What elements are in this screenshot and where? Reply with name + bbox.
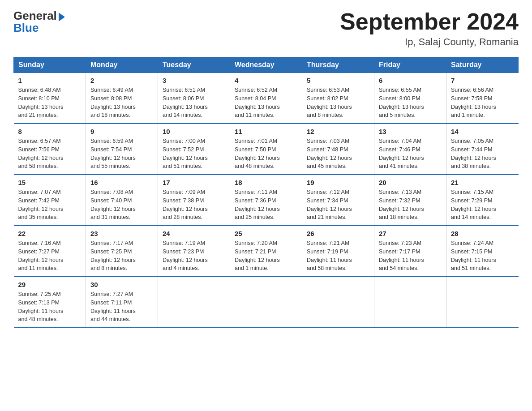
day-info: Sunrise: 7:15 AMSunset: 7:29 PMDaylight:…	[451, 188, 514, 222]
calendar-day-cell: 10Sunrise: 7:00 AMSunset: 7:52 PMDayligh…	[158, 124, 230, 175]
calendar-day-cell: 16Sunrise: 7:08 AMSunset: 7:40 PMDayligh…	[86, 175, 158, 226]
calendar-day-cell: 28Sunrise: 7:24 AMSunset: 7:15 PMDayligh…	[446, 226, 519, 277]
day-number: 9	[90, 128, 153, 135]
day-number: 30	[90, 281, 153, 288]
day-number: 20	[379, 179, 442, 186]
day-info: Sunrise: 7:24 AMSunset: 7:15 PMDaylight:…	[451, 239, 514, 273]
calendar-day-cell: 24Sunrise: 7:19 AMSunset: 7:23 PMDayligh…	[158, 226, 230, 277]
calendar-day-cell: 9Sunrise: 6:59 AMSunset: 7:54 PMDaylight…	[86, 124, 158, 175]
day-number: 16	[90, 179, 153, 186]
calendar-day-cell: 2Sunrise: 6:49 AMSunset: 8:08 PMDaylight…	[86, 73, 158, 124]
day-info: Sunrise: 7:19 AMSunset: 7:23 PMDaylight:…	[163, 239, 225, 273]
calendar-day-cell: 15Sunrise: 7:07 AMSunset: 7:42 PMDayligh…	[14, 175, 86, 226]
day-number: 11	[235, 128, 297, 135]
calendar-week-row: 15Sunrise: 7:07 AMSunset: 7:42 PMDayligh…	[14, 175, 519, 226]
day-number: 5	[307, 77, 369, 84]
day-number: 21	[451, 179, 514, 186]
day-info: Sunrise: 6:56 AMSunset: 7:58 PMDaylight:…	[451, 86, 514, 120]
day-info: Sunrise: 6:57 AMSunset: 7:56 PMDaylight:…	[18, 137, 82, 171]
calendar-day-cell: 23Sunrise: 7:17 AMSunset: 7:25 PMDayligh…	[86, 226, 158, 277]
calendar-day-cell: 4Sunrise: 6:52 AMSunset: 8:04 PMDaylight…	[230, 73, 302, 124]
day-info: Sunrise: 7:25 AMSunset: 7:13 PMDaylight:…	[18, 290, 82, 324]
calendar-week-row: 29Sunrise: 7:25 AMSunset: 7:13 PMDayligh…	[14, 277, 519, 328]
column-header-tuesday: Tuesday	[158, 57, 230, 73]
month-year-title: September 2024	[340, 9, 519, 34]
day-info: Sunrise: 7:09 AMSunset: 7:38 PMDaylight:…	[163, 188, 225, 222]
day-number: 2	[90, 77, 153, 84]
day-info: Sunrise: 6:55 AMSunset: 8:00 PMDaylight:…	[379, 86, 442, 120]
calendar-day-cell: 14Sunrise: 7:05 AMSunset: 7:44 PMDayligh…	[446, 124, 519, 175]
title-block: September 2024 Ip, Salaj County, Romania	[340, 9, 519, 48]
day-number: 18	[235, 179, 297, 186]
day-number: 14	[451, 128, 514, 135]
day-number: 12	[307, 128, 369, 135]
day-info: Sunrise: 7:00 AMSunset: 7:52 PMDaylight:…	[163, 137, 225, 171]
day-info: Sunrise: 7:08 AMSunset: 7:40 PMDaylight:…	[90, 188, 153, 222]
day-info: Sunrise: 7:20 AMSunset: 7:21 PMDaylight:…	[235, 239, 297, 273]
day-number: 24	[163, 230, 225, 237]
calendar-day-cell: 5Sunrise: 6:53 AMSunset: 8:02 PMDaylight…	[302, 73, 374, 124]
column-header-friday: Friday	[374, 57, 446, 73]
column-header-wednesday: Wednesday	[230, 57, 302, 73]
calendar-header-row: SundayMondayTuesdayWednesdayThursdayFrid…	[14, 57, 519, 73]
calendar-week-row: 22Sunrise: 7:16 AMSunset: 7:27 PMDayligh…	[14, 226, 519, 277]
day-number: 25	[235, 230, 297, 237]
day-number: 27	[379, 230, 442, 237]
calendar-day-cell: 20Sunrise: 7:13 AMSunset: 7:32 PMDayligh…	[374, 175, 446, 226]
day-number: 22	[18, 230, 82, 237]
column-header-monday: Monday	[86, 57, 158, 73]
calendar-day-cell: 18Sunrise: 7:11 AMSunset: 7:36 PMDayligh…	[230, 175, 302, 226]
day-number: 8	[18, 128, 82, 135]
calendar-day-cell: 27Sunrise: 7:23 AMSunset: 7:17 PMDayligh…	[374, 226, 446, 277]
calendar-day-cell: 26Sunrise: 7:21 AMSunset: 7:19 PMDayligh…	[302, 226, 374, 277]
day-info: Sunrise: 7:12 AMSunset: 7:34 PMDaylight:…	[307, 188, 369, 222]
day-info: Sunrise: 7:23 AMSunset: 7:17 PMDaylight:…	[379, 239, 442, 273]
day-info: Sunrise: 7:11 AMSunset: 7:36 PMDaylight:…	[235, 188, 297, 222]
day-number: 17	[163, 179, 225, 186]
calendar-table: SundayMondayTuesdayWednesdayThursdayFrid…	[13, 57, 519, 328]
day-info: Sunrise: 7:27 AMSunset: 7:11 PMDaylight:…	[90, 290, 153, 324]
day-info: Sunrise: 7:21 AMSunset: 7:19 PMDaylight:…	[307, 239, 369, 273]
page-header: General Blue September 2024 Ip, Salaj Co…	[13, 9, 519, 48]
day-info: Sunrise: 7:17 AMSunset: 7:25 PMDaylight:…	[90, 239, 153, 273]
day-number: 1	[18, 77, 82, 84]
calendar-week-row: 1Sunrise: 6:48 AMSunset: 8:10 PMDaylight…	[14, 73, 519, 124]
day-info: Sunrise: 7:16 AMSunset: 7:27 PMDaylight:…	[18, 239, 82, 273]
logo-arrow-icon	[59, 13, 65, 21]
calendar-day-cell	[302, 277, 374, 328]
day-number: 6	[379, 77, 442, 84]
day-info: Sunrise: 6:51 AMSunset: 8:06 PMDaylight:…	[163, 86, 225, 120]
column-header-sunday: Sunday	[14, 57, 86, 73]
day-info: Sunrise: 7:05 AMSunset: 7:44 PMDaylight:…	[451, 137, 514, 171]
calendar-day-cell	[158, 277, 230, 328]
day-number: 13	[379, 128, 442, 135]
calendar-day-cell: 11Sunrise: 7:01 AMSunset: 7:50 PMDayligh…	[230, 124, 302, 175]
logo: General Blue	[13, 9, 65, 35]
day-number: 23	[90, 230, 153, 237]
calendar-day-cell: 12Sunrise: 7:03 AMSunset: 7:48 PMDayligh…	[302, 124, 374, 175]
day-info: Sunrise: 7:07 AMSunset: 7:42 PMDaylight:…	[18, 188, 82, 222]
calendar-day-cell: 8Sunrise: 6:57 AMSunset: 7:56 PMDaylight…	[14, 124, 86, 175]
day-number: 15	[18, 179, 82, 186]
location-subtitle: Ip, Salaj County, Romania	[340, 36, 519, 48]
calendar-day-cell: 22Sunrise: 7:16 AMSunset: 7:27 PMDayligh…	[14, 226, 86, 277]
calendar-day-cell: 1Sunrise: 6:48 AMSunset: 8:10 PMDaylight…	[14, 73, 86, 124]
day-info: Sunrise: 6:48 AMSunset: 8:10 PMDaylight:…	[18, 86, 82, 120]
day-number: 3	[163, 77, 225, 84]
day-number: 7	[451, 77, 514, 84]
day-info: Sunrise: 6:52 AMSunset: 8:04 PMDaylight:…	[235, 86, 297, 120]
day-info: Sunrise: 7:03 AMSunset: 7:48 PMDaylight:…	[307, 137, 369, 171]
calendar-day-cell: 13Sunrise: 7:04 AMSunset: 7:46 PMDayligh…	[374, 124, 446, 175]
day-number: 29	[18, 281, 82, 288]
logo-blue-text: Blue	[13, 21, 39, 35]
calendar-day-cell	[446, 277, 519, 328]
calendar-day-cell: 7Sunrise: 6:56 AMSunset: 7:58 PMDaylight…	[446, 73, 519, 124]
calendar-day-cell: 6Sunrise: 6:55 AMSunset: 8:00 PMDaylight…	[374, 73, 446, 124]
calendar-day-cell: 29Sunrise: 7:25 AMSunset: 7:13 PMDayligh…	[14, 277, 86, 328]
day-info: Sunrise: 6:59 AMSunset: 7:54 PMDaylight:…	[90, 137, 153, 171]
calendar-day-cell: 30Sunrise: 7:27 AMSunset: 7:11 PMDayligh…	[86, 277, 158, 328]
day-number: 4	[235, 77, 297, 84]
day-number: 19	[307, 179, 369, 186]
calendar-day-cell: 21Sunrise: 7:15 AMSunset: 7:29 PMDayligh…	[446, 175, 519, 226]
column-header-thursday: Thursday	[302, 57, 374, 73]
